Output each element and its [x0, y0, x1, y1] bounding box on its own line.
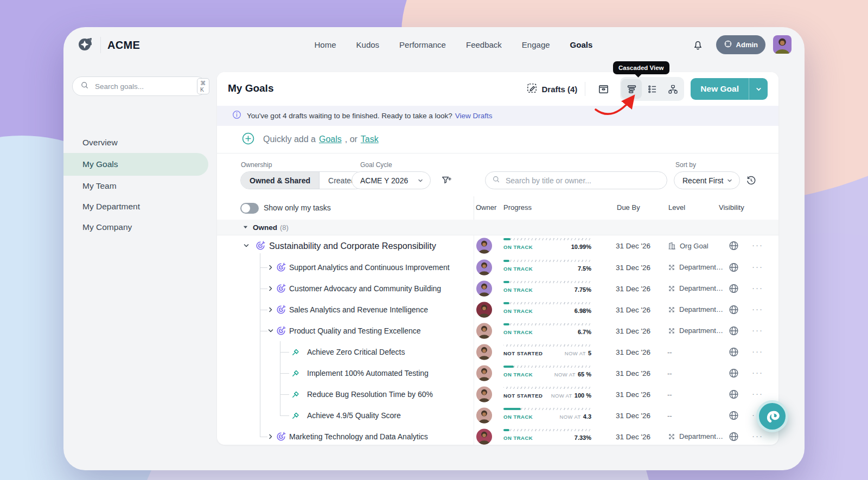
status-label: ON TRACK — [503, 266, 533, 272]
visibility-globe-icon[interactable] — [728, 283, 739, 294]
sidebar-search-input[interactable] — [94, 82, 192, 91]
table-row[interactable]: Achieve 4.9/5 Quality ScoreON TRACKNOW A… — [217, 405, 778, 426]
owner-avatar[interactable] — [476, 323, 492, 338]
sidebar-item-my-team[interactable]: My Team — [63, 176, 208, 196]
visibility-globe-icon[interactable] — [728, 409, 739, 421]
expand-chevron-icon[interactable] — [267, 285, 274, 292]
admin-button[interactable]: Admin — [716, 35, 765, 54]
owner-avatar[interactable] — [476, 428, 492, 444]
visibility-globe-icon[interactable] — [728, 367, 739, 379]
visibility-globe-icon[interactable] — [728, 431, 739, 442]
table-row[interactable]: Support Analytics and Continuous Improve… — [217, 257, 778, 278]
visibility-globe-icon[interactable] — [728, 304, 739, 315]
row-actions-button[interactable]: ··· — [752, 368, 763, 377]
table-row[interactable]: Achieve Zero Critical DefectsNOT STARTED… — [217, 341, 778, 362]
table-search-input[interactable] — [505, 176, 660, 185]
table-row[interactable]: Sales Analytics and Revenue Intelligence… — [217, 299, 778, 320]
quick-add-task-link[interactable]: Task — [361, 135, 379, 144]
drafts-button[interactable]: Drafts (4) — [526, 82, 578, 95]
goal-title[interactable]: Implement 100% Automated Testing — [307, 369, 429, 377]
sidebar-search[interactable]: ⌘ K — [72, 76, 207, 96]
row-actions-button[interactable]: ··· — [752, 389, 763, 398]
plus-circle-icon[interactable] — [242, 132, 254, 147]
nav-item-home[interactable]: Home — [315, 40, 336, 49]
owner-avatar[interactable] — [476, 407, 492, 423]
goal-title[interactable]: Sustainability and Corporate Responsibil… — [269, 241, 436, 251]
history-icon[interactable] — [745, 175, 757, 188]
list-view-button[interactable] — [642, 79, 662, 99]
progress-value: 7.75% — [575, 286, 591, 293]
cascaded-view-button[interactable] — [621, 79, 642, 99]
org-chart-view-button[interactable] — [662, 79, 683, 99]
visibility-globe-icon[interactable] — [728, 388, 739, 400]
row-actions-button[interactable]: ··· — [752, 240, 763, 249]
goal-title[interactable]: Achieve 4.9/5 Quality Score — [307, 411, 401, 420]
goal-title[interactable]: Support Analytics and Continuous Improve… — [289, 263, 450, 272]
nav-item-goals[interactable]: Goals — [570, 40, 593, 49]
expand-chevron-icon[interactable] — [267, 433, 274, 440]
table-search[interactable] — [485, 171, 667, 189]
goal-title[interactable]: Reduce Bug Resolution Time by 60% — [307, 390, 433, 399]
owner-avatar[interactable] — [476, 386, 492, 402]
nav-item-feedback[interactable]: Feedback — [466, 40, 502, 49]
quick-add-row[interactable]: Quickly add a Goals , or Task — [217, 126, 778, 153]
goal-icon — [255, 240, 266, 251]
new-goal-button[interactable]: New Goal — [691, 78, 768, 100]
ownership-option-owned-shared[interactable]: Owned & Shared — [241, 172, 320, 189]
owner-avatar[interactable] — [476, 365, 492, 381]
nav-item-kudos[interactable]: Kudos — [356, 40, 380, 49]
owner-avatar[interactable] — [476, 238, 492, 254]
level-cell: Department… — [667, 432, 723, 441]
row-actions-button[interactable]: ··· — [752, 262, 763, 271]
user-avatar[interactable] — [773, 35, 792, 54]
sidebar-item-my-company[interactable]: My Company — [63, 217, 208, 238]
collapse-chevron-icon[interactable] — [267, 328, 274, 334]
nav-item-engage[interactable]: Engage — [522, 40, 550, 49]
assistant-fab-button[interactable] — [756, 400, 788, 432]
visibility-globe-icon[interactable] — [728, 261, 739, 273]
sort-select[interactable]: Recent First — [674, 171, 740, 189]
sidebar-item-my-goals[interactable]: My Goals — [63, 153, 208, 176]
owner-avatar[interactable] — [476, 259, 492, 275]
table-row[interactable]: Reduce Bug Resolution Time by 60%NOT STA… — [217, 383, 778, 405]
owner-avatar[interactable] — [476, 344, 492, 360]
goal-title[interactable]: Customer Advocacy and Community Building — [289, 284, 441, 293]
row-actions-button[interactable]: ··· — [752, 325, 763, 335]
group-chevron-down-icon[interactable] — [242, 222, 248, 232]
table-row[interactable]: Product Quality and Testing ExcellenceON… — [217, 320, 778, 341]
column-header-owner: Owner — [476, 203, 496, 212]
view-drafts-link[interactable]: View Drafts — [455, 112, 493, 120]
goal-cycle-select[interactable]: ACME Y 2026 — [352, 171, 431, 189]
row-actions-button[interactable]: ··· — [752, 431, 763, 440]
sidebar-item-overview[interactable]: Overview — [63, 132, 208, 153]
new-goal-dropdown-chevron-icon[interactable] — [749, 78, 768, 100]
visibility-globe-icon[interactable] — [728, 346, 739, 357]
visibility-globe-icon[interactable] — [728, 240, 739, 252]
nav-item-performance[interactable]: Performance — [399, 40, 446, 49]
row-actions-button[interactable]: ··· — [752, 347, 763, 356]
group-header-owned[interactable]: Owned (8) — [217, 220, 778, 235]
notifications-bell-icon[interactable] — [688, 34, 709, 55]
sidebar-item-my-department[interactable]: My Department — [63, 196, 208, 217]
goal-title[interactable]: Product Quality and Testing Excellence — [289, 327, 421, 335]
table-row[interactable]: Customer Advocacy and Community Building… — [217, 278, 778, 299]
department-icon — [667, 327, 676, 335]
table-row[interactable]: Implement 100% Automated TestingON TRACK… — [217, 362, 778, 383]
goal-title[interactable]: Marketing Technology and Data Analytics — [289, 432, 428, 441]
table-row[interactable]: Sustainability and Corporate Responsibil… — [217, 235, 778, 257]
show-only-my-tasks-toggle[interactable] — [240, 203, 259, 214]
collapse-chevron-icon[interactable] — [243, 242, 250, 249]
owner-avatar[interactable] — [476, 302, 492, 317]
row-actions-button[interactable]: ··· — [752, 283, 763, 292]
goal-title[interactable]: Sales Analytics and Revenue Intelligence — [289, 305, 428, 314]
table-row[interactable]: Marketing Technology and Data AnalyticsO… — [217, 426, 778, 445]
expand-chevron-icon[interactable] — [267, 306, 274, 313]
filter-funnel-icon[interactable] — [441, 174, 452, 188]
row-actions-button[interactable]: ··· — [752, 304, 763, 313]
visibility-globe-icon[interactable] — [728, 325, 739, 336]
owner-avatar[interactable] — [476, 280, 492, 296]
archive-button[interactable] — [593, 79, 614, 99]
expand-chevron-icon[interactable] — [267, 264, 274, 271]
goal-title[interactable]: Achieve Zero Critical Defects — [307, 348, 405, 356]
quick-add-goal-link[interactable]: Goals — [319, 135, 342, 144]
